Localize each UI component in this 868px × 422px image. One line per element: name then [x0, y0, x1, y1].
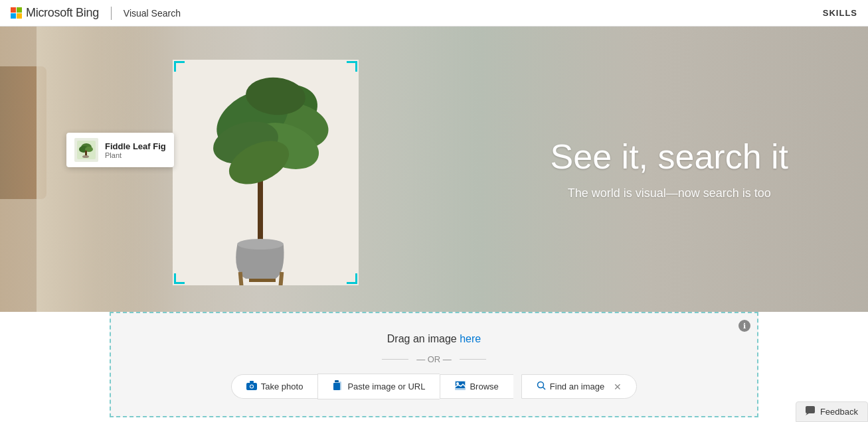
page-title: Visual Search: [124, 8, 181, 19]
search-icon: [537, 381, 546, 392]
drag-text-highlight: here: [460, 333, 481, 344]
or-label: — OR —: [416, 354, 452, 364]
paste-icon: [333, 380, 343, 393]
svg-rect-24: [250, 381, 254, 383]
action-buttons-group: Take photo Paste image or URL: [231, 374, 637, 399]
ms-square-red: [11, 7, 16, 13]
take-photo-label: Take photo: [261, 382, 304, 391]
skills-button[interactable]: SKILLS: [823, 8, 857, 18]
plant-name: Fiddle Leaf Fig: [105, 141, 166, 151]
svg-line-32: [543, 387, 545, 390]
svg-point-20: [82, 155, 89, 158]
plant-thumbnail: [74, 138, 98, 162]
hero-text-block: See it, search it The world is visual—no…: [551, 138, 788, 200]
or-line-left: [382, 359, 408, 360]
find-image-button[interactable]: Find an image ✕: [521, 374, 637, 399]
browse-label: Browse: [470, 382, 498, 391]
header: Microsoft Bing Visual Search SKILLS: [0, 0, 868, 27]
plant-type: Plant: [105, 151, 166, 159]
logo-area: Microsoft Bing Visual Search: [11, 6, 181, 20]
header-divider: [111, 7, 112, 20]
ms-square-green: [17, 7, 22, 13]
paste-image-label: Paste image or URL: [347, 382, 425, 391]
find-image-label: Find an image: [550, 382, 604, 391]
browse-icon: [455, 381, 466, 392]
plant-container: Fiddle Leaf Fig Plant: [173, 60, 359, 285]
svg-rect-19: [85, 151, 87, 156]
take-photo-button[interactable]: Take photo: [231, 374, 318, 399]
svg-rect-14: [249, 279, 276, 282]
bing-logo: Microsoft Bing: [11, 6, 99, 20]
feedback-chat-icon: [806, 406, 816, 417]
plant-info-text: Fiddle Leaf Fig Plant: [105, 141, 166, 159]
plant-background: [173, 60, 359, 285]
svg-rect-26: [333, 383, 340, 390]
svg-point-31: [537, 382, 543, 388]
upload-area: ℹ Drag an image here — OR — Take photo: [110, 312, 758, 417]
drag-text-before: Drag an image: [387, 333, 460, 344]
svg-rect-33: [806, 406, 815, 413]
drag-drop-text: Drag an image here: [387, 333, 481, 345]
hero-section: Fiddle Leaf Fig Plant See it, search it …: [0, 27, 868, 312]
hero-title: See it, search it: [551, 138, 788, 176]
camera-icon: [246, 381, 257, 392]
paste-image-button[interactable]: Paste image or URL: [317, 374, 440, 399]
svg-rect-27: [335, 380, 339, 382]
decorative-basket: [0, 66, 46, 199]
svg-point-23: [250, 386, 253, 388]
info-icon[interactable]: ℹ: [738, 320, 750, 332]
or-line-right: [460, 359, 486, 360]
plant-thumb-icon: [77, 141, 96, 159]
bing-brand-text: Microsoft Bing: [26, 6, 99, 20]
microsoft-logo: [11, 7, 22, 19]
hero-subtitle: The world is visual—now search is too: [551, 186, 788, 200]
svg-point-11: [237, 239, 284, 249]
plant-image: [173, 60, 359, 285]
feedback-label: Feedback: [820, 407, 858, 417]
browse-button[interactable]: Browse: [440, 374, 513, 399]
ms-square-yellow: [17, 13, 22, 19]
or-divider: — OR —: [124, 354, 744, 364]
plant-info-bubble: Fiddle Leaf Fig Plant: [66, 133, 174, 167]
feedback-button[interactable]: Feedback: [796, 401, 868, 422]
ms-square-blue: [11, 13, 16, 19]
close-icon[interactable]: ✕: [614, 382, 622, 392]
